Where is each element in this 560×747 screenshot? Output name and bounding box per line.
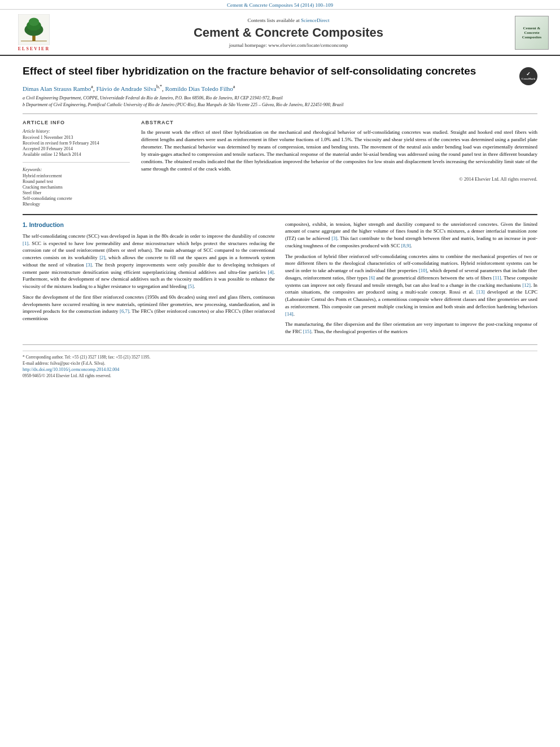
history-label: Article history: bbox=[23, 129, 130, 134]
keyword-5: Self-consolidating concrete bbox=[23, 196, 130, 201]
affiliation-b: b Department of Civil Engineering, Ponti… bbox=[23, 102, 537, 108]
keywords-block: Keywords: Hybrid reinforcement Round pan… bbox=[23, 167, 130, 207]
ref-13[interactable]: [13] bbox=[476, 289, 485, 295]
received-date: Received 1 November 2013 bbox=[23, 135, 130, 140]
journal-header-center: Contents lists available at ScienceDirec… bbox=[68, 18, 509, 48]
article-title-section: ✓ CrossMark Effect of steel fiber hybrid… bbox=[23, 64, 537, 78]
affiliations: a Civil Engineering Department, COPPE, U… bbox=[23, 95, 537, 107]
crossmark-icon: ✓ CrossMark bbox=[519, 67, 537, 85]
intro-para-2: Since the development of the first fiber… bbox=[23, 294, 275, 322]
ref-5[interactable]: [5] bbox=[188, 283, 194, 289]
journal-citation-bar: Cement & Concrete Composites 54 (2014) 1… bbox=[0, 0, 560, 10]
email-note: E-mail address: fsilva@puc-rio.br (F.d.A… bbox=[23, 361, 537, 366]
keywords-label: Keywords: bbox=[23, 167, 130, 172]
body-two-col: 1. Introduction The self-consolidating c… bbox=[23, 221, 537, 339]
body-divider bbox=[23, 214, 537, 215]
right-para-3: The manufacturing, the fiber dispersion … bbox=[285, 321, 537, 335]
affiliation-a: a Civil Engineering Department, COPPE, U… bbox=[23, 95, 537, 101]
intro-para-1: The self-consolidating concrete (SCC) wa… bbox=[23, 233, 275, 290]
introduction-heading: 1. Introduction bbox=[23, 221, 275, 229]
author-1[interactable]: Dimas Alan Strauss Rambo bbox=[23, 85, 91, 91]
sciencedirect-link[interactable]: ScienceDirect bbox=[301, 18, 329, 23]
copyright-line: © 2014 Elsevier Ltd. All rights reserved… bbox=[141, 176, 537, 182]
journal-header: ELSEVIER Contents lists available at Sci… bbox=[0, 10, 560, 56]
author-2[interactable]: Flávio de Andrade Silva bbox=[96, 85, 156, 91]
ref-3b[interactable]: [3] bbox=[331, 235, 337, 241]
logo-box-text: Cement &ConcreteComposites bbox=[522, 26, 542, 40]
keyword-6: Rheology bbox=[23, 202, 130, 207]
footer-divider bbox=[23, 344, 537, 345]
journal-citation-text: Cement & Concrete Composites 54 (2014) 1… bbox=[227, 2, 333, 8]
journal-logo-box: Cement &ConcreteComposites bbox=[515, 16, 549, 50]
ref-10[interactable]: [10] bbox=[419, 268, 427, 273]
col-left: 1. Introduction The self-consolidating c… bbox=[23, 221, 275, 339]
crossmark-badge: ✓ CrossMark bbox=[519, 67, 537, 85]
ref-14[interactable]: [14] bbox=[285, 311, 294, 317]
authors-line: Dimas Alan Strauss Ramboa, Flávio de And… bbox=[23, 84, 537, 92]
ref-4[interactable]: [4] bbox=[268, 269, 274, 275]
received-revised-date: Received in revised form 9 February 2014 bbox=[23, 141, 130, 146]
contents-label: Contents lists available at bbox=[248, 18, 300, 23]
author-3-sup: a bbox=[233, 84, 235, 89]
journal-logo-right: Cement &ConcreteComposites bbox=[509, 16, 549, 50]
journal-title: Cement & Concrete Composites bbox=[68, 25, 509, 40]
col-right: composites), exhibit, in tension, higher… bbox=[285, 221, 537, 339]
sciencedirect-line: Contents lists available at ScienceDirec… bbox=[68, 18, 509, 23]
journal-homepage: journal homepage: www.elsevier.com/locat… bbox=[68, 42, 509, 48]
right-para-2: The production of hybrid fiber reinforce… bbox=[285, 253, 537, 318]
author-3[interactable]: Romildo Dias Toledo Filho bbox=[165, 85, 233, 91]
accepted-date: Accepted 20 February 2014 bbox=[23, 146, 130, 151]
info-abstract-row: ARTICLE INFO Article history: Received 1… bbox=[23, 120, 537, 207]
corresponding-author-note: * Corresponding author. Tel: +55 (21) 35… bbox=[23, 355, 537, 360]
keyword-4: Steel fiber bbox=[23, 190, 130, 195]
article-content: ✓ CrossMark Effect of steel fiber hybrid… bbox=[0, 56, 560, 387]
homepage-text: journal homepage: www.elsevier.com/locat… bbox=[229, 42, 348, 48]
abstract-text: In the present work the effect of steel … bbox=[141, 129, 537, 173]
abstract-section: ABSTRACT In the present work the effect … bbox=[141, 120, 537, 207]
article-info-panel: ARTICLE INFO Article history: Received 1… bbox=[23, 120, 130, 207]
ref-15[interactable]: [15] bbox=[303, 329, 312, 334]
right-para-1: composites), exhibit, in tension, higher… bbox=[285, 221, 537, 250]
keyword-2: Round panel test bbox=[23, 179, 130, 184]
article-info-title: ARTICLE INFO bbox=[23, 120, 130, 125]
elsevier-tree-icon bbox=[17, 14, 51, 45]
section-divider-1 bbox=[23, 113, 537, 114]
article-title: Effect of steel fiber hybridization on t… bbox=[23, 64, 537, 78]
ref-12[interactable]: [12] bbox=[522, 282, 531, 288]
ref-11[interactable]: [11] bbox=[493, 275, 501, 281]
article-footer: * Corresponding author. Tel: +55 (21) 35… bbox=[23, 351, 537, 378]
ref-67[interactable]: [6,7] bbox=[120, 308, 129, 314]
keyword-3: Cracking mechanisms bbox=[23, 185, 130, 190]
keyword-1: Hybrid reinforcement bbox=[23, 173, 130, 178]
ref-89[interactable]: [8,9] bbox=[401, 243, 411, 248]
available-date: Available online 12 March 2014 bbox=[23, 152, 130, 157]
author-2-sup: b,* bbox=[156, 84, 162, 89]
article-history: Article history: Received 1 November 201… bbox=[23, 129, 130, 163]
elsevier-logo: ELSEVIER bbox=[11, 14, 56, 51]
doi-link[interactable]: http://dx.doi.org/10.1016/j.cemconcomp.2… bbox=[23, 367, 537, 372]
ref-6b[interactable]: [6] bbox=[369, 275, 375, 281]
ref-1[interactable]: [1] bbox=[23, 241, 28, 246]
abstract-title: ABSTRACT bbox=[141, 120, 537, 125]
svg-point-4 bbox=[29, 18, 39, 26]
ref-2[interactable]: [2] bbox=[99, 255, 105, 260]
author-1-sup: a bbox=[91, 84, 93, 89]
issn-line: 0958-9465/© 2014 Elsevier Ltd. All right… bbox=[23, 373, 537, 378]
elsevier-brand-text: ELSEVIER bbox=[18, 46, 50, 51]
ref-3a[interactable]: [3] bbox=[86, 262, 91, 268]
